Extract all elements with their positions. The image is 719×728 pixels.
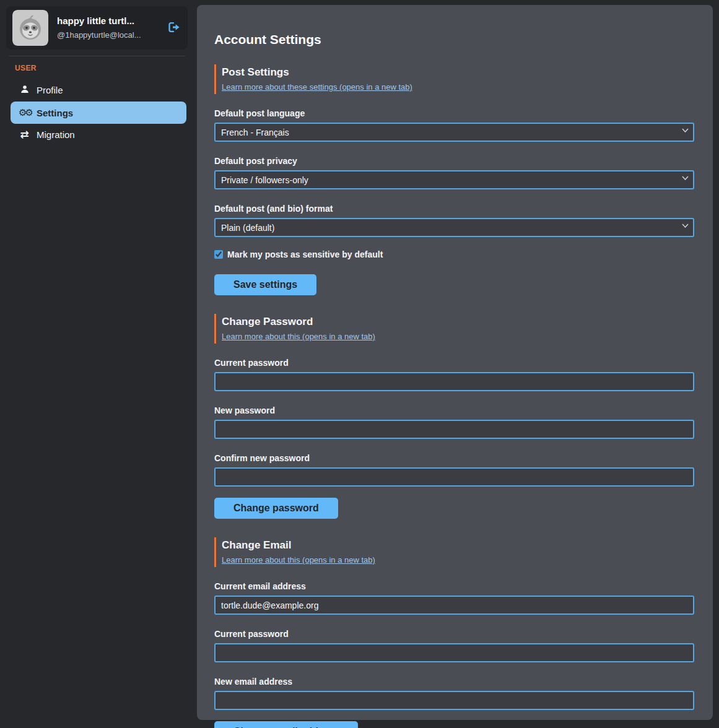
new-email-input[interactable]: [214, 691, 694, 710]
form-group-email-current-password: Current password: [214, 628, 694, 662]
new-password-input[interactable]: [214, 420, 694, 439]
section-header: Change Password Learn more about this (o…: [214, 314, 694, 344]
user-icon: [19, 84, 30, 96]
select-wrap: Plain (default): [214, 218, 694, 237]
section-header: Post Settings Learn more about these set…: [214, 64, 694, 94]
section-header: Change Email Learn more about this (open…: [214, 537, 694, 567]
form-group-new-email: New email address: [214, 676, 694, 710]
sidebar-item-migration[interactable]: ⇄ Migration: [11, 124, 186, 145]
transfer-arrows-icon: ⇄: [19, 131, 30, 139]
sidebar-item-label: Settings: [37, 108, 73, 118]
learn-more-link[interactable]: Learn more about these settings (opens i…: [222, 82, 412, 92]
email-current-password-input[interactable]: [214, 643, 694, 662]
form-group-default-post-language: Default post language French - Français: [214, 108, 694, 142]
page-title: Account Settings: [214, 32, 694, 47]
section-heading: Change Password: [222, 315, 694, 329]
post-settings-section: Post Settings Learn more about these set…: [214, 64, 694, 295]
field-label: New email address: [214, 676, 694, 687]
section-heading: Change Email: [222, 539, 694, 552]
field-label: Default post language: [214, 108, 694, 119]
avatar: [12, 10, 48, 46]
sidebar-nav: USER Profile ⚙⚙ Settings ⇄ Migration: [11, 64, 186, 145]
learn-more-link[interactable]: Learn more about this (opens in a new ta…: [222, 555, 375, 565]
logout-button[interactable]: [165, 19, 181, 37]
user-meta: happy little turtl... @1happyturtle@loca…: [57, 15, 156, 41]
sidebar-item-profile[interactable]: Profile: [11, 79, 186, 102]
sidebar-divider: [9, 56, 185, 56]
form-group-confirm-new-password: Confirm new password: [214, 453, 694, 487]
field-label: Current password: [214, 628, 694, 639]
field-label: Current email address: [214, 581, 694, 592]
field-label: Current password: [214, 357, 694, 368]
section-heading: Post Settings: [222, 66, 694, 79]
form-group-default-post-format: Default post (and bio) format Plain (def…: [214, 203, 694, 237]
form-group-current-email: Current email address: [214, 581, 694, 615]
default-post-language-select[interactable]: French - Français: [214, 123, 694, 142]
current-password-input[interactable]: [214, 372, 694, 391]
form-group-current-password: Current password: [214, 357, 694, 391]
form-group-default-post-privacy: Default post privacy Private / followers…: [214, 155, 694, 189]
checkbox-label[interactable]: Mark my posts as sensitive by default: [227, 249, 383, 259]
user-name: happy little turtl...: [57, 15, 156, 27]
user-handle: @1happyturtle@local...: [57, 30, 156, 41]
confirm-new-password-input[interactable]: [214, 467, 694, 487]
sidebar-item-settings[interactable]: ⚙⚙ Settings: [11, 102, 186, 124]
field-label: Confirm new password: [214, 453, 694, 464]
form-group-new-password: New password: [214, 405, 694, 439]
change-password-section: Change Password Learn more about this (o…: [214, 314, 694, 519]
change-email-button[interactable]: Change email address: [214, 721, 358, 728]
current-email-input[interactable]: [214, 596, 694, 615]
field-label: New password: [214, 405, 694, 416]
sign-out-icon: [166, 20, 180, 34]
default-post-privacy-select[interactable]: Private / followers-only: [214, 170, 694, 189]
default-post-format-select[interactable]: Plain (default): [214, 218, 694, 237]
learn-more-link[interactable]: Learn more about this (opens in a new ta…: [222, 331, 375, 342]
nav-section-label: USER: [11, 64, 186, 72]
sidebar-item-label: Profile: [37, 85, 63, 95]
gears-icon: ⚙⚙: [19, 107, 30, 118]
mark-sensitive-checkbox[interactable]: [214, 250, 223, 259]
user-card[interactable]: happy little turtl... @1happyturtle@loca…: [6, 6, 188, 50]
select-wrap: Private / followers-only: [214, 170, 694, 189]
account-settings-panel: Account Settings Post Settings Learn mor…: [197, 5, 713, 720]
change-email-section: Change Email Learn more about this (open…: [214, 537, 694, 728]
field-label: Default post (and bio) format: [214, 203, 694, 214]
select-wrap: French - Français: [214, 123, 694, 142]
sidebar-item-label: Migration: [37, 129, 75, 140]
change-password-button[interactable]: Change password: [214, 498, 338, 519]
save-settings-button[interactable]: Save settings: [214, 274, 316, 295]
sensitive-checkbox-row: Mark my posts as sensitive by default: [214, 249, 694, 259]
field-label: Default post privacy: [214, 155, 694, 167]
sidebar: happy little turtl... @1happyturtle@loca…: [0, 0, 197, 728]
